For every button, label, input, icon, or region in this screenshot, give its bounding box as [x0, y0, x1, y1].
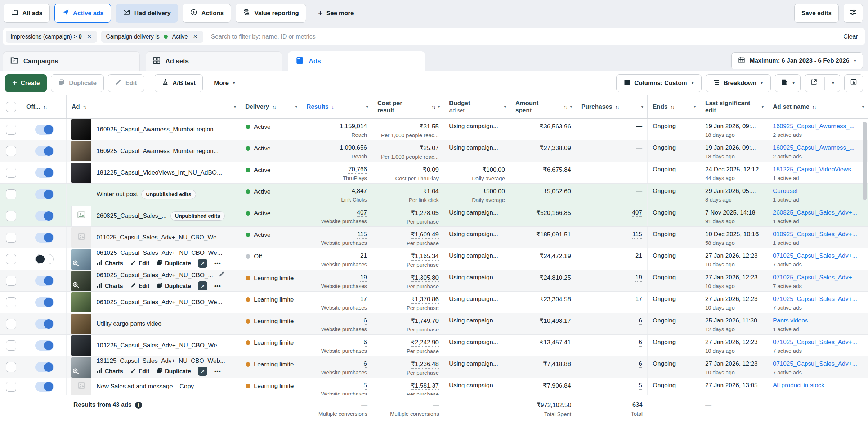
purchases-value[interactable]: 17 [581, 296, 642, 303]
purchases-value[interactable]: — [581, 123, 642, 130]
edit-pencil-icon[interactable] [218, 271, 225, 279]
date-range-selector[interactable]: Maximum: 6 Jan 2023 - 6 Feb 2026 ▼ [731, 52, 863, 69]
breakdown-button[interactable]: Breakdown ▼ [706, 74, 771, 92]
all-ads-button[interactable]: All ads [4, 4, 50, 23]
column-header-last-edit[interactable]: Last significant edit ▼ [700, 95, 768, 118]
cost-value[interactable]: ₹1,165.34 [377, 252, 439, 260]
ad-active-toggle[interactable] [35, 319, 54, 329]
chevron-down-icon[interactable]: ▼ [693, 105, 697, 109]
results-value[interactable]: 1,159,014 [307, 123, 367, 130]
chevron-down-icon[interactable]: ▼ [761, 105, 764, 109]
charts-action[interactable]: Charts [97, 260, 123, 267]
cost-value[interactable]: ₹1,236.48 [377, 360, 439, 368]
ad-name[interactable]: 160925_Capsul_Awarness_Mumbai region... [97, 148, 219, 155]
ad-active-toggle[interactable] [35, 125, 54, 135]
ad-thumbnail[interactable] [71, 357, 91, 378]
purchases-value[interactable]: 407 [581, 209, 642, 216]
vertical-scrollbar[interactable] [863, 122, 867, 200]
chevron-down-icon[interactable]: ▼ [569, 105, 573, 109]
clear-filters-button[interactable]: Clear [843, 33, 858, 40]
export-button[interactable]: ▼ [805, 74, 840, 92]
display-settings-button[interactable] [844, 4, 863, 23]
chevron-down-icon[interactable]: ▼ [366, 105, 369, 109]
duplicate-action[interactable]: Duplicate [157, 283, 191, 290]
edit-action[interactable]: Edit [130, 260, 149, 267]
chevron-down-icon[interactable]: ▼ [862, 105, 865, 109]
ad-set-link[interactable]: 260825_Capsul_Sales_Adv+... [773, 209, 863, 216]
row-checkbox[interactable] [6, 189, 16, 199]
column-header-results[interactable]: Results↓ ▼ [301, 95, 372, 118]
ad-name[interactable]: 061025_Capsul_Sales_Adv+_NU_CBO_We... [97, 249, 222, 257]
ad-set-link[interactable]: 181225_Capsul_VideoViews... [773, 166, 863, 173]
ad-set-link[interactable]: 071025_Capsul_Sales_Adv+... [773, 274, 863, 281]
ad-name[interactable]: 260825_Capsul_Sales_... [97, 212, 167, 220]
columns-button[interactable]: Columns: Custom ▼ [616, 74, 701, 92]
results-value[interactable]: 407 [307, 209, 367, 216]
chevron-down-icon[interactable]: ▼ [641, 105, 644, 109]
cost-value[interactable]: ₹1,581.37 [377, 382, 439, 389]
ad-set-link[interactable]: 071025_Capsul_Sales_Adv+... [773, 252, 863, 260]
see-more-button[interactable]: + See more [311, 4, 361, 23]
results-value[interactable]: 6 [307, 317, 367, 324]
purchases-value[interactable]: 19 [581, 274, 642, 281]
cost-value[interactable]: ₹31.55 [377, 123, 439, 130]
purchases-value[interactable]: 6 [581, 339, 642, 346]
impressions-filter-chip[interactable]: Impressions (campaign) > 0 ✕ [6, 31, 97, 43]
ad-set-link[interactable]: 010925_Capsul_Sales_Adv+... [773, 231, 863, 238]
ad-name[interactable]: New Sales ad and message – Copy [97, 383, 194, 390]
zoom-preview-icon[interactable] [72, 281, 80, 290]
chevron-down-icon[interactable]: ▼ [233, 105, 237, 109]
had-delivery-button[interactable]: Had delivery [116, 4, 178, 23]
more-actions-button[interactable]: ••• [214, 260, 221, 266]
ad-set-link[interactable]: 160925_Capsul_Awarness_... [773, 144, 863, 152]
row-checkbox[interactable] [6, 382, 16, 392]
ad-name[interactable]: 011025_Capsul_Sales_Adv+_NU_CBO_We... [97, 234, 222, 241]
ad-set-link[interactable]: 071025_Capsul_Sales_Adv+... [773, 296, 863, 303]
ad-active-toggle[interactable] [35, 362, 54, 372]
tab-ad-sets[interactable]: Ad sets [146, 51, 282, 71]
purchases-value[interactable]: — [581, 188, 642, 195]
cost-value[interactable]: ₹0.09 [377, 166, 439, 173]
row-checkbox[interactable] [6, 233, 16, 243]
row-checkbox[interactable] [6, 125, 16, 135]
ad-name[interactable]: 061025_Capsul_Sales_Adv+_NU_CBO_We... [97, 299, 222, 306]
purchases-value[interactable]: 6 [581, 360, 642, 367]
filter-search-input[interactable] [211, 33, 535, 40]
save-edits-button[interactable]: Save edits [794, 4, 839, 23]
campaign-delivery-filter-chip[interactable]: Campaign delivery is Active ✕ [101, 31, 203, 43]
cost-value[interactable]: ₹1,609.49 [377, 231, 439, 238]
results-value[interactable]: 115 [307, 231, 367, 238]
results-value[interactable]: 6 [307, 360, 367, 367]
ad-active-toggle[interactable] [35, 168, 54, 178]
cost-value[interactable]: ₹1,370.86 [377, 296, 439, 303]
column-header-amount-spent[interactable]: Amount spent ↑↓ ▼ [510, 95, 576, 118]
results-value[interactable]: 4,847 [307, 188, 367, 195]
results-value[interactable]: 17 [307, 296, 367, 303]
reports-button[interactable]: ▼ [775, 74, 801, 92]
ad-name[interactable]: 131125_Capsul_Sales_Adv+_NU_CBO_Web... [97, 357, 225, 365]
open-charts-button[interactable] [844, 74, 863, 92]
ad-thumbnail[interactable] [71, 141, 91, 161]
info-icon[interactable]: i [135, 402, 142, 409]
cost-value[interactable]: ₹1,278.05 [377, 209, 439, 217]
column-header-ad[interactable]: Ad↑↓ ▼ [67, 95, 240, 118]
select-all-checkbox[interactable] [6, 102, 16, 112]
ad-set-link[interactable]: 160925_Capsul_Awarness_... [773, 123, 863, 130]
ad-active-toggle[interactable] [35, 254, 54, 264]
actions-button[interactable]: Actions [183, 4, 231, 23]
results-value[interactable]: 1,090,656 [307, 144, 367, 152]
row-checkbox[interactable] [6, 319, 16, 329]
cost-value[interactable]: ₹25.07 [377, 144, 439, 152]
results-value[interactable]: 19 [307, 274, 367, 281]
charts-action[interactable]: Charts [97, 368, 123, 375]
remove-filter-icon[interactable]: ✕ [86, 33, 92, 40]
chevron-down-icon[interactable]: ▼ [504, 105, 507, 109]
ad-set-link[interactable]: 071025_Capsul_Sales_Adv+... [773, 360, 863, 367]
row-checkbox[interactable] [6, 340, 16, 351]
edit-button[interactable]: Edit [108, 74, 144, 92]
edit-action[interactable]: Edit [130, 283, 149, 290]
ad-thumbnail[interactable] [71, 119, 91, 140]
ad-thumbnail[interactable] [71, 227, 91, 248]
more-actions-button[interactable]: ••• [214, 283, 221, 289]
row-checkbox[interactable] [6, 297, 16, 307]
